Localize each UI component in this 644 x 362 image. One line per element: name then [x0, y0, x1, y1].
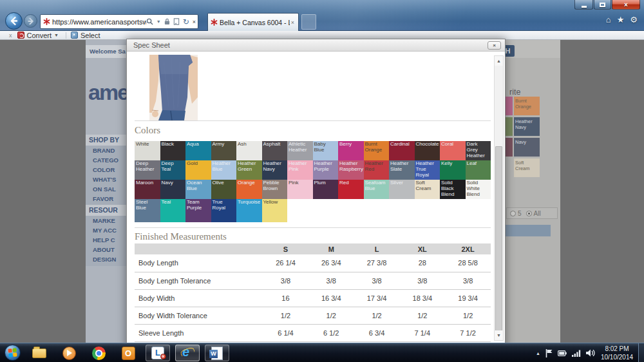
- radio-5-label: 5: [518, 210, 522, 217]
- color-swatch-plum: Plum: [313, 180, 339, 199]
- measurement-value: 1/2: [263, 307, 308, 324]
- convert-dropdown-icon[interactable]: ▼: [54, 33, 59, 37]
- volume-icon[interactable]: [586, 349, 595, 357]
- taskbar-button-lync[interactable]: Lx: [146, 345, 170, 361]
- color-swatch-burnt-orange: Burnt Orange: [364, 141, 390, 160]
- spec-sheet-modal: Spec Sheet ×: [126, 39, 506, 362]
- color-swatch-true-royal: True Royal: [211, 199, 237, 222]
- radio-all-icon: [526, 211, 532, 216]
- measurement-value: 1/2: [445, 307, 491, 324]
- product-photo: [149, 55, 198, 120]
- sidebar-item-about: ABOUT: [86, 245, 126, 254]
- size-column-header: [135, 243, 263, 254]
- results-per-page-control: 5 All: [506, 207, 558, 219]
- size-column-header: L: [354, 243, 400, 254]
- taskbar-button-outlook[interactable]: O: [116, 345, 140, 361]
- measurement-value: 6 1/4: [263, 324, 308, 341]
- measurement-value: 3/8: [308, 272, 354, 289]
- taskbar-button-ie[interactable]: e: [175, 345, 200, 361]
- measurement-value: 3/8: [263, 272, 308, 289]
- outlook-icon: O: [122, 347, 135, 360]
- measurement-label: Sleeve Length: [135, 324, 263, 341]
- measurement-value: 28 5/8: [445, 254, 491, 272]
- color-swatch-orange: Orange: [236, 180, 262, 199]
- color-swatch-teal: Teal: [160, 199, 186, 222]
- taskbar-button-media-player[interactable]: [57, 345, 81, 361]
- page-swatch-burnt-orange: Burnt Orange: [514, 97, 540, 115]
- commandbar-close-icon[interactable]: x: [9, 32, 12, 39]
- address-bar[interactable]: https://www.americanasportswear.com/Shop…: [40, 14, 198, 29]
- favorites-star-icon[interactable]: ★: [617, 15, 625, 24]
- table-row: Body Length26 1/426 3/427 3/82828 5/8: [135, 254, 491, 272]
- welcome-bar: Welcome Sa: [86, 45, 126, 58]
- taskbar-button-explorer[interactable]: [27, 345, 52, 361]
- window-minimize-button[interactable]: [574, 0, 593, 10]
- site-logo: ame: [88, 80, 126, 105]
- clock-date: 10/10/2014: [598, 353, 636, 361]
- page-swatch-row: Soft Cream: [506, 158, 560, 179]
- modal-close-icon: ×: [493, 43, 496, 48]
- window-close-button[interactable]: ×: [612, 0, 640, 10]
- table-row: Sleeve Length6 1/46 1/26 3/47 1/47 1/2: [135, 324, 491, 341]
- divider: [135, 227, 491, 228]
- color-swatch-heather-green: Heather Green: [236, 160, 262, 180]
- measurements-table-head: SMLXL2XL: [135, 243, 491, 254]
- modal-close-button[interactable]: ×: [488, 41, 501, 50]
- measurement-value: 3/8: [445, 272, 491, 289]
- back-arrow-icon: [9, 16, 19, 26]
- page-swatch-row: Heather Navy: [506, 117, 560, 138]
- browser-tab[interactable]: Bella + Canvas 6004 - Ladie... ×: [207, 13, 299, 31]
- measurement-label: Body Width: [135, 289, 263, 307]
- clock-time: 8:02 PM: [598, 345, 636, 353]
- color-swatch-leaf: Leaf: [466, 160, 491, 180]
- color-swatch-asphalt: Asphalt: [262, 141, 288, 160]
- refresh-icon[interactable]: ↻: [183, 17, 189, 26]
- action-center-flag-icon[interactable]: [545, 349, 553, 357]
- stop-icon[interactable]: ×: [193, 19, 196, 25]
- measurement-value: 17 3/4: [354, 289, 400, 307]
- page-color-swatches: Burnt OrangeHeather NavyNavySoft Cream: [506, 97, 560, 179]
- address-dropdown-icon[interactable]: ▼: [156, 19, 161, 24]
- color-swatch-cardinal: Cardinal: [389, 141, 415, 160]
- measurement-value: 3/8: [399, 272, 445, 289]
- color-swatch-turquoise: Turquoise: [236, 199, 262, 222]
- network-signal-icon[interactable]: [572, 350, 581, 357]
- color-swatch-pebble-brown: Pebble Brown: [262, 180, 288, 199]
- start-button[interactable]: [5, 345, 21, 361]
- windows-logo-icon: [8, 348, 17, 357]
- select-button[interactable]: Select: [80, 32, 100, 39]
- measurement-value: 18 3/4: [399, 289, 445, 307]
- modal-scrollbar[interactable]: ▲ ▼: [494, 55, 504, 341]
- color-swatch-dark-grey-heather: Dark Grey Heather: [466, 141, 491, 160]
- taskbar-clock[interactable]: 8:02 PM 10/10/2014: [598, 345, 636, 361]
- taskbar-button-chrome[interactable]: [86, 345, 111, 361]
- color-swatch-ocean-blue: Ocean Blue: [185, 180, 211, 199]
- measurements-heading: Finished Measurements: [135, 231, 227, 242]
- back-button[interactable]: [5, 12, 23, 30]
- page-swatch-soft-cream: Soft Cream: [514, 158, 540, 177]
- measurement-value: 16: [263, 289, 308, 307]
- new-tab-button[interactable]: [301, 14, 316, 30]
- measurement-label: Body Length: [135, 254, 263, 272]
- window-maximize-button[interactable]: [594, 0, 611, 10]
- battery-icon[interactable]: [558, 350, 567, 356]
- forward-button[interactable]: [24, 14, 37, 28]
- convert-button[interactable]: Convert: [27, 32, 52, 39]
- compatibility-view-icon[interactable]: [173, 18, 180, 25]
- measurement-value: 19 3/4: [445, 289, 491, 307]
- tools-gear-icon[interactable]: ⚙: [630, 15, 638, 24]
- scroll-up-icon[interactable]: ▲: [495, 56, 503, 66]
- scroll-down-icon[interactable]: ▼: [495, 330, 503, 340]
- tab-close-icon[interactable]: ×: [290, 19, 296, 26]
- show-desktop-button[interactable]: [638, 343, 644, 362]
- search-icon[interactable]: [146, 18, 153, 25]
- sidebar-item-catego: CATEGO: [86, 155, 126, 165]
- taskbar-button-word[interactable]: W: [205, 345, 229, 361]
- page-swatch-heather-navy: Heather Navy: [514, 117, 540, 136]
- color-swatch-heather-red: Heather Red: [364, 160, 390, 180]
- browser-titlebar: × https://www.americanasportswear.com/Sh…: [0, 0, 644, 31]
- home-icon[interactable]: ⌂: [606, 15, 611, 24]
- scrollbar-thumb[interactable]: [495, 146, 502, 333]
- page-swatch-sliver: [506, 117, 513, 136]
- tray-expand-icon[interactable]: ▲: [536, 351, 540, 356]
